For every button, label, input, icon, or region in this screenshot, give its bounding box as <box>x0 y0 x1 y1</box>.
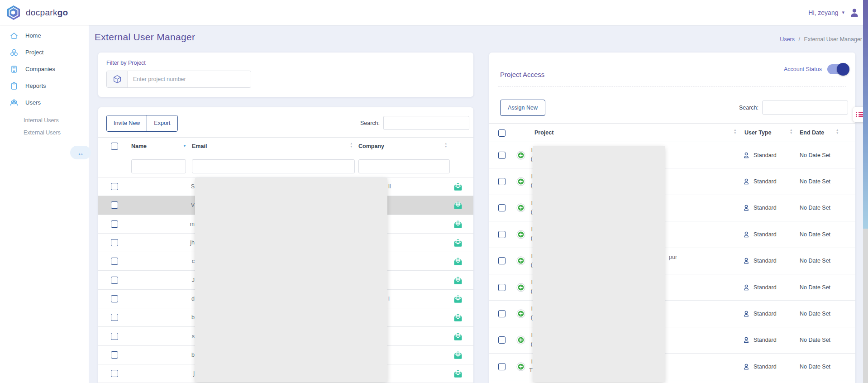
row-checkbox[interactable] <box>111 295 118 302</box>
select-all-checkbox[interactable] <box>498 129 506 137</box>
sort-icon[interactable]: ▲▼ <box>734 129 736 134</box>
row-checkbox[interactable] <box>111 370 118 377</box>
project-cell-fragment-line1: I <box>515 147 533 153</box>
row-checkbox[interactable] <box>498 363 506 370</box>
sort-icon[interactable]: ▲▼ <box>790 129 792 134</box>
row-checkbox[interactable] <box>111 351 118 359</box>
name-cell-fragment: j <box>166 370 195 377</box>
user-type-cell: Standard <box>743 363 777 370</box>
redaction-overlay <box>195 178 387 382</box>
project-access-table-header: Project ▲▼ User Type ▲▼ End Date ▲▼ <box>489 123 855 142</box>
email-sent-icon[interactable] <box>453 200 463 210</box>
sidebar-item-internal-users[interactable]: Internal Users <box>0 115 89 127</box>
row-checkbox[interactable] <box>111 201 118 209</box>
row-checkbox[interactable] <box>111 314 118 321</box>
project-cell-fragment-line1: I <box>515 332 533 339</box>
users-search-input[interactable] <box>383 116 469 130</box>
row-checkbox[interactable] <box>498 310 506 317</box>
project-cell-fragment-line1: I <box>515 279 533 286</box>
row-checkbox[interactable] <box>111 333 118 340</box>
row-checkbox[interactable] <box>498 178 506 185</box>
clipboard-icon <box>9 81 19 91</box>
project-number-input[interactable] <box>128 71 251 87</box>
email-sent-icon[interactable] <box>453 331 463 341</box>
account-status-toggle[interactable] <box>827 64 848 74</box>
project-cell-fragment-line2: ( <box>515 182 533 188</box>
row-checkbox[interactable] <box>498 336 506 344</box>
sort-icon[interactable]: ▲▼ <box>350 142 353 148</box>
project-cell-fragment-line2: ( <box>515 288 533 294</box>
column-header-name[interactable]: Name <box>131 143 147 149</box>
project-access-title: Project Access <box>500 71 544 78</box>
assign-new-button[interactable]: Assign New <box>500 100 545 116</box>
sidebar-item-reports[interactable]: Reports <box>0 77 89 94</box>
sidebar-item-home[interactable]: Home <box>0 27 89 44</box>
user-type-value: Standard <box>754 337 777 343</box>
column-header-end-date[interactable]: End Date <box>800 129 824 136</box>
row-checkbox[interactable] <box>498 231 506 238</box>
row-checkbox[interactable] <box>498 204 506 211</box>
sort-desc-icon[interactable]: ▼ <box>183 144 186 148</box>
email-sent-icon[interactable] <box>453 350 463 360</box>
name-cell-fragment: m <box>166 221 195 227</box>
row-checkbox[interactable] <box>111 239 118 246</box>
user-greeting[interactable]: Hi, zeyang <box>808 9 838 16</box>
column-header-user-type[interactable]: User Type <box>744 129 772 136</box>
sidebar-item-companies[interactable]: Companies <box>0 61 89 77</box>
sort-icon[interactable]: ▲▼ <box>444 142 447 148</box>
row-checkbox[interactable] <box>111 220 118 228</box>
page-scrollbar[interactable] <box>863 0 868 383</box>
person-icon <box>743 231 750 238</box>
select-all-checkbox[interactable] <box>111 143 118 150</box>
export-button[interactable]: Export <box>147 115 177 131</box>
user-type-value: Standard <box>754 205 777 211</box>
email-sent-icon[interactable] <box>453 275 463 285</box>
project-cell-fragment-line2: ( <box>515 314 533 321</box>
company-filter-input[interactable] <box>358 159 450 173</box>
column-header-company[interactable]: Company <box>358 143 384 149</box>
row-checkbox[interactable] <box>498 257 506 264</box>
brand-logo[interactable]: docparkgo <box>5 5 68 21</box>
project-cell-fragment-line2: ( <box>515 209 533 215</box>
column-header-email[interactable]: Email <box>192 143 207 149</box>
invite-new-button[interactable]: Invite New <box>107 115 147 131</box>
column-header-project[interactable]: Project <box>534 129 553 136</box>
row-checkbox[interactable] <box>498 152 506 159</box>
end-date-value: No Date Set <box>800 178 830 185</box>
email-sent-icon[interactable] <box>453 312 463 322</box>
email-sent-icon[interactable] <box>453 219 463 229</box>
sidebar-item-project[interactable]: Project <box>0 44 89 61</box>
email-sent-icon[interactable] <box>453 294 463 304</box>
user-type-value: Standard <box>754 284 777 291</box>
name-filter-input[interactable] <box>131 159 186 173</box>
breadcrumb-users-link[interactable]: Users <box>780 36 795 43</box>
chevron-down-icon[interactable]: ▾ <box>842 10 844 15</box>
row-checkbox[interactable] <box>111 258 118 265</box>
row-checkbox[interactable] <box>498 284 506 291</box>
sidebar-item-users[interactable]: Users <box>0 94 89 111</box>
user-type-value: Standard <box>754 258 777 264</box>
scrollbar-thumb[interactable] <box>863 0 868 229</box>
user-avatar-icon[interactable] <box>849 7 860 18</box>
name-cell-fragment: s <box>166 333 195 340</box>
email-sent-icon[interactable] <box>453 182 463 192</box>
row-checkbox[interactable] <box>111 277 118 284</box>
project-cell-fragment-line1: I <box>515 200 533 206</box>
name-cell-fragment: b <box>166 352 195 358</box>
project-access-search-input[interactable] <box>762 101 848 115</box>
email-sent-icon[interactable] <box>453 238 463 248</box>
project-cell-fragment-line2: ( <box>515 262 533 268</box>
account-status-label: Account Status <box>784 66 822 72</box>
row-checkbox[interactable] <box>111 183 118 190</box>
email-sent-icon[interactable] <box>453 369 463 378</box>
name-cell-fragment: d <box>166 296 195 302</box>
sort-icon[interactable]: ▲▼ <box>836 129 839 134</box>
project-filter-input-group <box>106 71 251 88</box>
email-filter-input[interactable] <box>192 159 355 173</box>
sidebar-item-external-users[interactable]: External Users <box>0 127 89 139</box>
person-icon <box>743 310 750 317</box>
email-sent-icon[interactable] <box>453 256 463 266</box>
top-navbar: docparkgo Hi, zeyang ▾ <box>0 0 868 25</box>
sidebar-collapse-handle[interactable]: ↔ <box>70 146 91 159</box>
project-access-card: Project Access Account Status Assign New… <box>489 53 855 383</box>
